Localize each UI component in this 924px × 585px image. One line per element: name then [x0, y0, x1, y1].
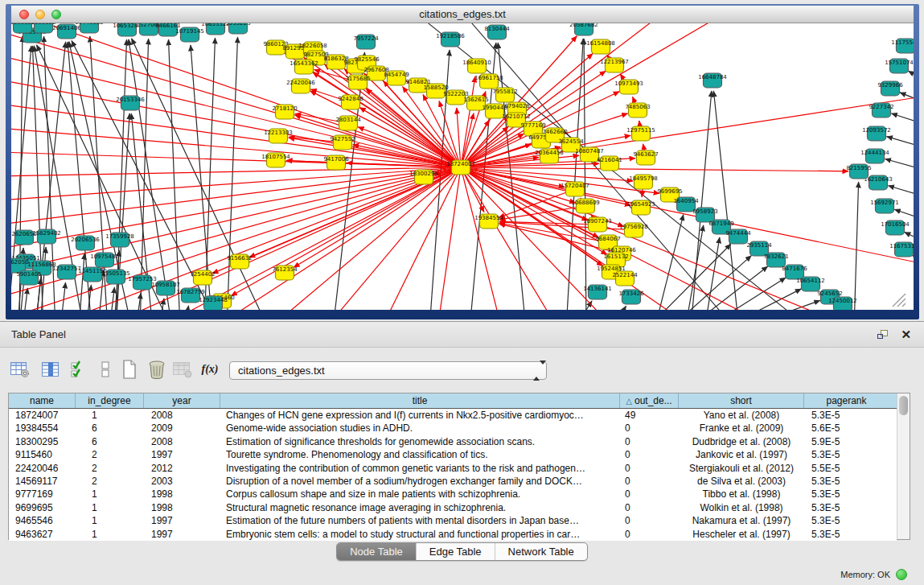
graph-node[interactable]: 7957224 [353, 35, 379, 49]
table-row[interactable]: 977716911998Corpus callosum shape and si… [9, 488, 897, 501]
graph-edge[interactable] [891, 113, 914, 124]
graph-node[interactable]: 20691406 [52, 24, 81, 39]
graph-node[interactable]: 16154808 [586, 39, 615, 54]
delete-icon[interactable] [145, 358, 169, 381]
graph-node[interactable]: 11175544 [891, 39, 914, 53]
table-row[interactable]: 969969511998Structural magnetic resonanc… [9, 501, 897, 514]
graph-node[interactable]: 2718120 [272, 105, 297, 119]
graph-node[interactable]: 7955812 [492, 88, 517, 102]
graph-node[interactable]: 12093572 [862, 126, 891, 141]
graph-node[interactable]: 3175685 [345, 75, 370, 89]
graph-edge[interactable] [669, 256, 751, 310]
graph-node[interactable]: 10719145 [175, 27, 204, 42]
graph-node[interactable]: 18107554 [261, 153, 290, 167]
graph-edge[interactable] [894, 209, 914, 220]
graph-edge[interactable] [908, 71, 914, 80]
column-header-name[interactable]: name [9, 393, 76, 408]
graph-node[interactable]: 19756928 [619, 223, 648, 237]
graph-edge[interactable] [905, 233, 914, 241]
float-window-icon[interactable] [877, 329, 889, 340]
graph-edge[interactable] [11, 167, 461, 297]
graph-node[interactable]: 20587682 [569, 23, 598, 35]
column-header-year[interactable]: year [144, 393, 220, 408]
graph-edge[interactable] [461, 167, 848, 171]
column-header-short[interactable]: short [679, 393, 804, 408]
graph-edge[interactable] [461, 167, 558, 310]
table-select[interactable]: citations_edges.txt [229, 361, 547, 380]
graph-edge[interactable] [900, 93, 914, 102]
table-row[interactable]: 1872400712008Changes of HCN gene express… [9, 409, 897, 422]
graph-node[interactable]: 16210643 [864, 175, 893, 190]
graph-node[interactable]: 9463627 [633, 150, 658, 165]
column-header-in_degree[interactable]: in_degree [76, 393, 144, 408]
resize-grip-icon[interactable] [897, 299, 906, 307]
resize-grip-icon[interactable] [902, 303, 906, 307]
graph-edge[interactable] [11, 31, 461, 167]
table-settings-icon[interactable] [8, 358, 32, 381]
graph-node[interactable]: 9227342 [869, 103, 893, 117]
graph-node[interactable]: 6216041 [597, 156, 622, 171]
graph-node[interactable]: 9427552 [330, 135, 355, 150]
graph-node[interactable]: 20364456 [535, 149, 564, 163]
network-canvas[interactable]: 1872400798601238912954182260589827509165… [11, 23, 914, 310]
graph-edge[interactable] [60, 282, 66, 310]
function-fx-icon[interactable]: f(x) [198, 358, 222, 381]
toggle-column-icon[interactable] [39, 358, 63, 381]
graph-edge[interactable] [885, 159, 914, 170]
graph-node[interactable]: 8130444 [484, 25, 510, 39]
graph-node[interactable]: 8215955 [846, 164, 871, 179]
graph-node[interactable]: 14136141 [583, 285, 612, 299]
graph-node[interactable]: 2522144 [612, 271, 638, 286]
graph-node[interactable]: 11675310 [889, 242, 914, 257]
graph-node[interactable]: 7485063 [625, 103, 650, 117]
table-row[interactable]: 2242004622012Investigating the contribut… [9, 462, 897, 475]
graph-edge[interactable] [854, 182, 859, 310]
graph-node[interactable]: 12342757 [52, 265, 81, 279]
graph-node[interactable]: 12213967 [600, 58, 629, 72]
tab-network-table[interactable]: Network Table [495, 543, 587, 560]
select-rows-icon[interactable] [68, 358, 92, 381]
column-header-title[interactable]: title [220, 393, 620, 408]
graph-edge[interactable] [184, 306, 189, 310]
graph-node[interactable]: 9242848 [338, 95, 363, 109]
graph-edge[interactable] [294, 115, 461, 167]
table-row[interactable]: 1456911722003Disruption of a novel membe… [9, 475, 897, 488]
graph-node[interactable]: 16961758 [474, 74, 503, 89]
graph-node[interactable]: 5901405 [16, 270, 41, 285]
table-row[interactable]: 946362711997Embryonic stem cells: a mode… [9, 528, 897, 541]
graph-edge[interactable] [713, 91, 739, 310]
graph-node[interactable]: 20206536 [71, 236, 100, 250]
column-header-out_de[interactable]: △out_de... [620, 393, 679, 408]
tab-edge-table[interactable]: Edge Table [416, 543, 495, 560]
scrollbar-thumb[interactable] [899, 396, 908, 415]
graph-node[interactable]: 2803144 [335, 116, 361, 130]
graph-node[interactable]: 9329966 [877, 81, 903, 96]
graph-edge[interactable] [169, 39, 180, 310]
table-row[interactable]: 946554611997Estimation of the future num… [9, 514, 897, 527]
graph-node[interactable]: 9935223 [225, 23, 250, 34]
network-graph[interactable]: 1872400798601238912954182260589827509165… [11, 23, 914, 310]
table-row[interactable]: 911546021997Tourette syndrome. Phenomeno… [9, 448, 897, 461]
graph-edge[interactable] [886, 137, 914, 147]
graph-edge[interactable] [457, 108, 461, 167]
graph-edge[interactable] [231, 167, 461, 296]
tab-node-table[interactable]: Node Table [337, 543, 416, 560]
graph-node[interactable]: 7254402 [190, 270, 215, 285]
table-row[interactable]: 1830029562008Estimation of significance … [9, 435, 897, 448]
graph-node[interactable]: 7612354 [272, 266, 298, 280]
graph-node[interactable]: 19218586 [436, 32, 465, 47]
graph-edge[interactable] [584, 39, 586, 310]
graph-node[interactable]: 9417006 [323, 155, 349, 170]
graph-edge[interactable] [566, 39, 583, 310]
graph-edge[interactable] [655, 215, 684, 310]
rows-icon[interactable] [93, 358, 117, 381]
graph-edge[interactable] [129, 39, 172, 310]
graph-edge[interactable] [79, 253, 84, 310]
vertical-scrollbar[interactable] [897, 393, 910, 539]
graph-node[interactable]: 12444134 [860, 149, 889, 163]
graph-node[interactable]: 8133022 [31, 23, 55, 33]
graph-node[interactable]: 13505135 [101, 270, 130, 284]
graph-edge[interactable] [358, 127, 461, 167]
graph-node[interactable]: 16648784 [698, 73, 727, 88]
table-row[interactable]: 1938455462009Genome-wide association stu… [9, 422, 897, 435]
